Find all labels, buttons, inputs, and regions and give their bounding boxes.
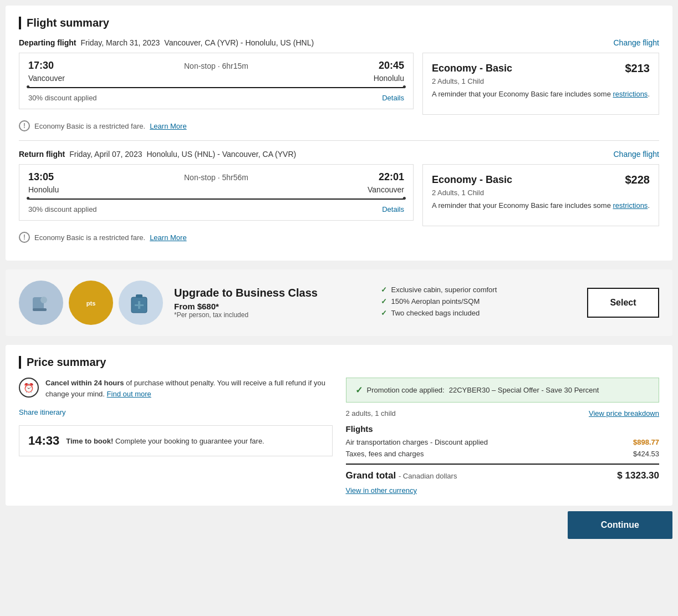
upgrade-features: ✓ Exclusive cabin, superior comfort ✓ 15…	[381, 286, 577, 320]
air-transport-row: Air transportation charges - Discount ap…	[346, 438, 660, 446]
promo-box: ✓ Promotion code applied: 22CYBER30 – Sp…	[346, 378, 660, 403]
return-fare-restriction: A reminder that your Economy Basic fare …	[432, 201, 650, 210]
departing-to-city: Honolulu	[374, 74, 404, 83]
return-from-city: Honolulu	[28, 185, 59, 194]
check-icon-3: ✓	[381, 309, 387, 317]
return-fare-name: Economy - Basic	[432, 174, 512, 186]
air-transport-label: Air transportation charges - Discount ap…	[346, 438, 488, 446]
promo-check-icon: ✓	[355, 385, 363, 395]
return-depart-time: 13:05	[28, 171, 54, 183]
departing-notice: ! Economy Basic is a restricted fare. Le…	[19, 120, 659, 131]
return-notice-learn-link[interactable]: Learn More	[150, 233, 186, 242]
svg-rect-6	[136, 294, 142, 298]
continue-button[interactable]: Continue	[568, 511, 672, 539]
return-flight-detail-box: 13:05 Non-stop · 5hr56m 22:01 Honolulu V…	[19, 164, 414, 221]
upgrade-feature-3: ✓ Two checked bags included	[381, 309, 577, 317]
passengers-count: 2 adults, 1 child	[346, 409, 396, 418]
svg-rect-8	[135, 304, 144, 306]
departing-flight-section: 17:30 Non-stop · 6hr15m 20:45 Vancouver …	[19, 53, 659, 115]
departing-fare-name: Economy - Basic	[432, 63, 512, 74]
return-flight-line	[28, 198, 404, 200]
price-left-column: ⏰ Cancel within 24 hours of purchase wit…	[19, 378, 333, 495]
departing-depart-time: 17:30	[28, 60, 54, 72]
departing-arrive-time: 20:45	[379, 60, 404, 72]
departing-date: Friday, March 31, 2023	[80, 38, 160, 47]
upgrade-images: pts	[19, 281, 163, 325]
price-right-column: ✓ Promotion code applied: 22CYBER30 – Sp…	[346, 378, 660, 495]
continue-button-row: Continue	[6, 506, 672, 550]
share-itinerary-link[interactable]: Share itinerary	[19, 408, 333, 416]
return-fare-price: $228	[625, 174, 650, 186]
change-return-flight-button[interactable]: Change flight	[613, 150, 659, 159]
clock-icon: ⏰	[19, 378, 39, 398]
return-notice: ! Economy Basic is a restricted fare. Le…	[19, 232, 659, 243]
flight-summary-title: Flight summary	[19, 17, 659, 29]
view-currency-link[interactable]: View in other currency	[346, 486, 417, 495]
upgrade-note: *Per person, tax included	[174, 311, 370, 319]
passengers-row: 2 adults, 1 child View price breakdown	[346, 409, 660, 418]
departing-flight-line	[28, 87, 404, 88]
departing-times: 17:30 Non-stop · 6hr15m 20:45	[28, 60, 404, 72]
return-notice-text: Economy Basic is a restricted fare.	[34, 233, 145, 242]
upgrade-bag-image	[119, 281, 163, 325]
cancel-text: Cancel within 24 hours of purchase witho…	[45, 378, 333, 399]
return-duration: Non-stop · 5hr56m	[184, 173, 248, 182]
departing-fare-restriction: A reminder that your Economy Basic fare …	[432, 90, 650, 98]
timer-text: Time to book! Complete your booking to g…	[66, 437, 264, 445]
return-footer: 30% discount applied Details	[28, 205, 404, 213]
upgrade-banner: pts Upgrade to Business Class From $680*…	[6, 269, 672, 336]
return-restriction-link[interactable]: restrictions	[613, 201, 648, 210]
departing-restriction-link[interactable]: restrictions	[613, 90, 648, 98]
taxes-label: Taxes, fees and charges	[346, 450, 424, 458]
return-discount: 30% discount applied	[28, 205, 97, 213]
upgrade-title: Upgrade to Business Class	[174, 287, 370, 299]
return-times: 13:05 Non-stop · 5hr56m 22:01	[28, 171, 404, 183]
grand-total-row: Grand total - Canadian dollars $ 1323.30	[346, 470, 660, 481]
departing-route: Vancouver, CA (YVR) - Honolulu, US (HNL)	[164, 38, 314, 47]
upgrade-pts-image: pts	[69, 281, 113, 325]
return-to-city: Vancouver	[368, 185, 404, 194]
return-flight-section: 13:05 Non-stop · 5hr56m 22:01 Honolulu V…	[19, 164, 659, 226]
grand-total-note: - Canadian dollars	[399, 472, 457, 480]
price-layout: ⏰ Cancel within 24 hours of purchase wit…	[19, 378, 659, 495]
view-price-breakdown-link[interactable]: View price breakdown	[589, 409, 659, 418]
departing-flight-info: Departing flight Friday, March 31, 2023 …	[19, 38, 314, 47]
upgrade-from: From $680*	[174, 302, 370, 311]
departing-footer: 30% discount applied Details	[28, 94, 404, 102]
departing-flight-header: Departing flight Friday, March 31, 2023 …	[19, 38, 659, 47]
select-upgrade-button[interactable]: Select	[587, 288, 659, 318]
upgrade-feature-text-1: Exclusive cabin, superior comfort	[391, 286, 497, 294]
grand-total-label: Grand total - Canadian dollars	[346, 470, 457, 481]
svg-rect-1	[33, 308, 47, 311]
timer-box: 14:33 Time to book! Complete your bookin…	[19, 425, 333, 456]
return-notice-icon: !	[19, 232, 30, 243]
return-route: Honolulu, US (HNL) - Vancouver, CA (YVR)	[146, 150, 296, 159]
check-icon-1: ✓	[381, 286, 387, 294]
change-departing-flight-button[interactable]: Change flight	[613, 38, 659, 47]
upgrade-feature-2: ✓ 150% Aeroplan points/SQM	[381, 297, 577, 306]
departing-fare-passengers: 2 Adults, 1 Child	[432, 77, 650, 85]
upgrade-content: Upgrade to Business Class From $680* *Pe…	[174, 287, 370, 319]
return-details-link[interactable]: Details	[382, 205, 404, 213]
svg-point-2	[40, 297, 47, 303]
return-cities: Honolulu Vancouver	[28, 185, 404, 194]
check-icon-2: ✓	[381, 297, 387, 306]
return-label: Return flight	[19, 150, 65, 159]
departing-notice-learn-link[interactable]: Learn More	[150, 122, 186, 130]
departing-from-city: Vancouver	[28, 74, 65, 83]
departing-notice-text: Economy Basic is a restricted fare.	[34, 122, 145, 130]
upgrade-feature-text-2: 150% Aeroplan points/SQM	[391, 297, 480, 306]
price-summary-title: Price summary	[19, 356, 659, 369]
departing-flight-left: 17:30 Non-stop · 6hr15m 20:45 Vancouver …	[19, 53, 414, 115]
return-flight-left: 13:05 Non-stop · 5hr56m 22:01 Honolulu V…	[19, 164, 414, 226]
departing-notice-icon: !	[19, 120, 30, 131]
return-flight-info: Return flight Friday, April 07, 2023 Hon…	[19, 150, 296, 159]
departing-details-link[interactable]: Details	[382, 94, 404, 102]
air-transport-amount: $898.77	[633, 438, 659, 446]
find-out-more-link[interactable]: Find out more	[107, 390, 151, 398]
departing-fare-box: Economy - Basic $213 2 Adults, 1 Child A…	[422, 53, 659, 115]
promo-code: 22CYBER30 – Special Offer - Save 30 Perc…	[449, 386, 599, 394]
timer-value: 14:33	[28, 434, 59, 448]
svg-text:pts: pts	[86, 300, 96, 307]
flights-section-title: Flights	[346, 424, 660, 434]
